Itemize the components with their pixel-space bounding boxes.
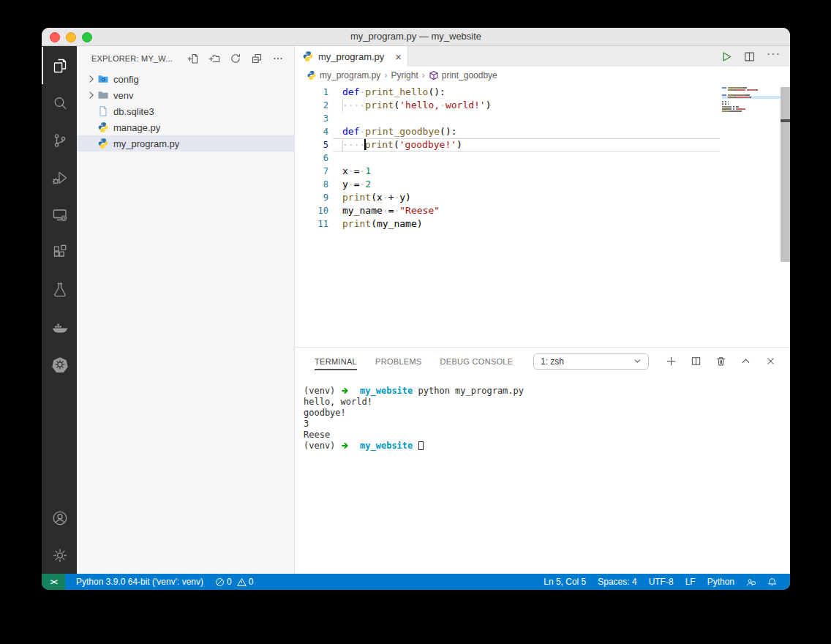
code-line-2[interactable]: 2····print('hello,·world!')	[295, 99, 720, 112]
code-line-4[interactable]: 4def·print_goodbye():	[295, 125, 720, 138]
settings-icon	[51, 547, 69, 564]
breadcrumb-label: my_program.py	[320, 70, 380, 80]
activity-item-account[interactable]	[42, 499, 77, 536]
split-editor-button[interactable]	[743, 50, 756, 63]
tab-my-program[interactable]: my_program.py ×	[295, 46, 408, 67]
tree-item-config[interactable]: config	[77, 71, 294, 87]
panel-tabs: TERMINALPROBLEMSDEBUG CONSOLE	[315, 354, 513, 369]
activity-item-settings[interactable]	[42, 536, 77, 574]
tree-item-manage.py[interactable]: manage.py	[77, 119, 294, 135]
status-spaces-4[interactable]: Spaces: 4	[592, 577, 642, 587]
status-right: Ln 5, Col 5Spaces: 4UTF-8LFPython	[538, 577, 783, 587]
code-token: 'goodbye!'	[399, 139, 456, 150]
tree-item-label: venv	[113, 90, 133, 101]
status-feedback[interactable]	[740, 577, 762, 587]
status-ln-5-col-5[interactable]: Ln 5, Col 5	[538, 577, 592, 587]
code-token: x	[342, 165, 348, 176]
code-token: print_hello	[365, 86, 428, 97]
breadcrumb-item-print_goodbye[interactable]: print_goodbye	[429, 70, 497, 80]
activity-item-explorer[interactable]	[42, 47, 77, 84]
minimap-token	[728, 89, 735, 91]
code-line-3[interactable]: 3	[295, 112, 720, 125]
remote-indicator[interactable]: ><	[42, 574, 65, 590]
tree-item-venv[interactable]: venv	[77, 87, 294, 103]
tree-item-my_program.py[interactable]: my_program.py	[77, 135, 294, 151]
status-bell[interactable]	[762, 577, 783, 587]
code-editor[interactable]: 1def·print_hello():2····print('hello,·wo…	[295, 83, 790, 347]
breadcrumb-item-Pyright[interactable]: Pyright	[391, 70, 418, 80]
code-token: ·	[440, 100, 445, 111]
code-line-9[interactable]: 9print(x·+·y)	[295, 191, 720, 204]
code-line-6[interactable]: 6	[295, 151, 720, 165]
terminal-output[interactable]: (venv) my_website python my_program.pyhe…	[295, 375, 790, 574]
breadcrumb-item-my_program.py[interactable]: my_program.py	[307, 70, 380, 80]
code-line-8[interactable]: 8y·=·2	[295, 178, 720, 191]
line-number: 1	[295, 86, 328, 99]
code-line-11[interactable]: 11print(my_name)	[295, 217, 720, 231]
terminal-text: hello, world!	[304, 397, 372, 407]
kubernetes-icon	[51, 356, 69, 373]
collapse-all-button[interactable]	[251, 53, 263, 64]
activity-item-run-debug[interactable]	[42, 159, 77, 196]
explorer-header: EXPLORER: MY_W...	[77, 46, 294, 71]
split-terminal-button[interactable]	[691, 356, 702, 367]
status-utf-8[interactable]: UTF-8	[643, 577, 680, 587]
terminal-line: (venv) my_website	[304, 441, 790, 452]
terminal-line: hello, world!	[304, 397, 790, 408]
more-actions-icon[interactable]: ···	[767, 48, 781, 64]
panel-header: TERMINALPROBLEMSDEBUG CONSOLE 1: zsh	[295, 348, 790, 375]
editor-scrollbar[interactable]	[781, 87, 790, 262]
terminal-line: Reese	[304, 430, 790, 441]
activity-item-source-control[interactable]	[42, 121, 77, 159]
terminal-text	[350, 386, 360, 396]
status-python[interactable]: Python	[702, 577, 740, 587]
minimap-line	[722, 106, 779, 108]
search-icon	[51, 94, 69, 112]
python-interpreter-status[interactable]: Python 3.9.0 64-bit ('venv': venv)	[70, 577, 209, 587]
prompt-arrow-icon	[342, 442, 349, 449]
panel-tab-debug-console[interactable]: DEBUG CONSOLE	[440, 354, 514, 369]
code-line-1[interactable]: 1def·print_hello():	[295, 86, 720, 99]
panel-tab-terminal[interactable]: TERMINAL	[315, 354, 357, 369]
new-folder-button[interactable]	[208, 53, 220, 64]
code-token: my_name	[342, 205, 383, 216]
panel-tab-problems[interactable]: PROBLEMS	[375, 354, 422, 369]
tab-close-icon[interactable]: ×	[395, 51, 402, 62]
new-file-button[interactable]	[187, 53, 199, 64]
code-line-5[interactable]: 5····print('goodbye!')	[295, 138, 720, 151]
explorer-icon	[51, 57, 69, 75]
line-number: 3	[295, 112, 328, 125]
terminal-shell-dropdown[interactable]: 1: zsh	[533, 353, 649, 370]
breadcrumb-label: print_goodbye	[442, 70, 497, 80]
minimap-token	[722, 108, 732, 110]
code-line-10[interactable]: 10my_name·=·"Reese"	[295, 204, 720, 217]
tree-item-label: db.sqlite3	[113, 106, 154, 117]
code-token: print_goodbye	[365, 126, 440, 137]
bottom-panel: TERMINALPROBLEMSDEBUG CONSOLE 1: zsh (ve…	[295, 347, 790, 574]
close-panel-button[interactable]	[765, 356, 776, 367]
more-button[interactable]	[272, 53, 284, 64]
minimap[interactable]	[722, 87, 779, 113]
code-line-text: def·print_hello():	[333, 86, 720, 99]
warnings-icon	[237, 577, 247, 587]
maximize-panel-button[interactable]	[740, 356, 751, 367]
run-button[interactable]	[720, 50, 732, 63]
code-token: ·	[383, 192, 388, 203]
tree-item-db.sqlite3[interactable]: db.sqlite3	[77, 103, 294, 119]
file-tree: configvenvdb.sqlite3manage.pymy_program.…	[77, 71, 294, 574]
activity-item-search[interactable]	[42, 84, 77, 121]
titlebar: my_program.py — my_website	[42, 28, 790, 46]
minimap-token	[736, 106, 739, 108]
new-terminal-button[interactable]	[666, 356, 677, 367]
problems-status[interactable]: 00	[209, 577, 262, 587]
activity-item-docker[interactable]	[42, 308, 77, 345]
code-line-7[interactable]: 7x·=·1	[295, 165, 720, 178]
activity-item-extensions[interactable]	[42, 233, 77, 271]
activity-item-testing[interactable]	[42, 271, 77, 308]
code-token: print	[342, 218, 371, 229]
status-lf[interactable]: LF	[680, 577, 702, 587]
kill-terminal-button[interactable]	[715, 356, 726, 367]
activity-item-kubernetes[interactable]	[42, 345, 77, 383]
activity-item-remote-explorer[interactable]	[42, 196, 77, 233]
refresh-button[interactable]	[230, 53, 241, 64]
